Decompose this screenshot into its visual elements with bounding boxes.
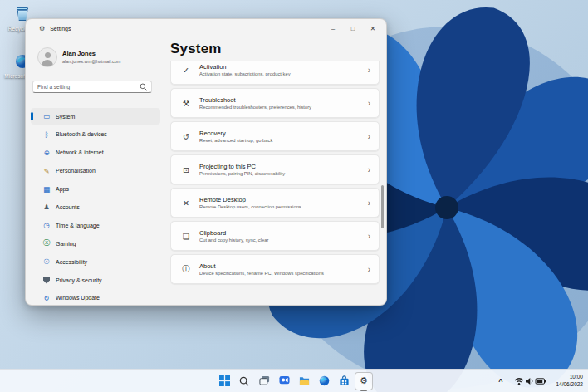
taskbar-start-button[interactable]	[215, 372, 233, 390]
sidebar-item-accounts[interactable]: ♟ Accounts	[31, 198, 160, 215]
sidebar-item-gaming[interactable]: ⓧ Gaming	[31, 235, 160, 252]
clipboard-icon: ❏	[179, 232, 193, 241]
gear-icon: ⚙	[39, 25, 45, 32]
settings-card-about[interactable]: ⓘ About Device specifications, rename PC…	[170, 254, 380, 284]
chat-icon	[279, 375, 290, 386]
wifi-icon	[515, 378, 523, 385]
taskbar-file-explorer-button[interactable]	[295, 372, 313, 390]
volume-icon	[526, 377, 532, 384]
sidebar-item-accessibility[interactable]: ☉ Accessibility	[31, 253, 160, 270]
sidebar-item-label: Privacy & security	[56, 277, 102, 283]
chevron-right-icon: ›	[368, 165, 370, 174]
settings-card-recovery[interactable]: ↺ Recovery Reset, advanced start-up, go …	[170, 121, 380, 151]
sidebar-item-label: Gaming	[56, 241, 76, 247]
avatar	[37, 47, 57, 67]
card-title: Clipboard	[199, 229, 368, 237]
card-subtitle: Permissions, pairing PIN, discoverabilit…	[199, 171, 368, 176]
system-icon: ▭	[41, 112, 52, 120]
apps-icon: ▦	[41, 185, 52, 194]
card-subtitle: Cut and copy history, sync, clear	[199, 238, 368, 243]
card-subtitle: Remote Desktop users, connection permiss…	[199, 204, 368, 209]
sidebar-item-label: Time & language	[56, 223, 100, 228]
sidebar-item-windows-update[interactable]: ↻ Windows Update	[31, 290, 160, 306]
maximize-button[interactable]: □	[343, 21, 363, 36]
card-title: Activation	[199, 63, 368, 71]
chevron-right-icon: ›	[368, 99, 370, 108]
search-input[interactable]	[37, 84, 140, 90]
card-subtitle: Device specifications, rename PC, Window…	[199, 271, 368, 276]
network-globe-icon: ⊕	[41, 149, 52, 157]
battery-icon	[536, 378, 546, 383]
accessibility-icon: ☉	[41, 257, 52, 266]
sidebar-item-time-language[interactable]: ◷ Time & language	[31, 217, 160, 233]
sidebar-item-personalisation[interactable]: ✎ Personalisation	[31, 163, 160, 179]
clock-date: 14/06/2022	[556, 381, 583, 389]
sidebar-item-label: Network & internet	[56, 149, 104, 155]
chevron-right-icon: ›	[368, 232, 370, 241]
task-view-icon	[259, 375, 270, 386]
sidebar-item-apps[interactable]: ▦ Apps	[31, 181, 160, 198]
selected-indicator	[31, 112, 33, 120]
taskbar: ⚙ ^ 10:00 14/06/2022	[0, 369, 588, 392]
card-subtitle: Recommended troubleshooters, preferences…	[199, 105, 368, 110]
taskbar-edge-button[interactable]	[315, 372, 333, 390]
sidebar-item-label: Bluetooth & devices	[56, 131, 107, 137]
minimize-button[interactable]: –	[323, 21, 343, 36]
search-icon	[140, 83, 147, 91]
sidebar-item-label: Accounts	[56, 204, 80, 210]
settings-card-activation[interactable]: ✓ Activation Activation state, subscript…	[170, 61, 380, 85]
close-button[interactable]: ✕	[363, 21, 383, 36]
chevron-right-icon: ›	[368, 265, 370, 274]
clock-time: 10:00	[556, 374, 583, 381]
card-title: Recovery	[199, 130, 368, 137]
sidebar-item-network-internet[interactable]: ⊕ Network & internet	[31, 145, 160, 161]
tray-overflow-chevron-icon[interactable]: ^	[498, 377, 502, 385]
chevron-right-icon: ›	[368, 66, 370, 75]
taskbar-chat-button[interactable]	[275, 372, 293, 390]
user-email: alan.jones.wm@hotmail.com	[62, 59, 120, 64]
user-name: Alan Jones	[62, 50, 96, 57]
chevron-right-icon: ›	[368, 132, 370, 141]
windows-update-icon: ↻	[41, 294, 52, 302]
settings-card-remote-desktop[interactable]: ✕ Remote Desktop Remote Desktop users, c…	[170, 188, 380, 218]
privacy-shield-icon	[41, 277, 52, 284]
card-subtitle: Activation state, subscriptions, product…	[199, 71, 368, 76]
projecting-icon: ⊡	[179, 165, 193, 174]
bluetooth-icon: ᛒ	[41, 130, 52, 139]
open-app-indicator	[360, 390, 367, 391]
taskbar-store-button[interactable]	[335, 372, 353, 390]
taskbar-clock[interactable]: 10:00 14/06/2022	[556, 374, 583, 388]
card-subtitle: Reset, advanced start-up, go back	[199, 138, 368, 143]
tray-status-icons[interactable]	[514, 376, 547, 386]
taskbar-search-button[interactable]	[235, 372, 253, 390]
about-icon: ⓘ	[179, 264, 193, 275]
sidebar-item-system[interactable]: ▭ System	[31, 108, 160, 125]
sidebar-item-label: System	[56, 114, 75, 120]
settings-card-projecting[interactable]: ⊡ Projecting to this PC Permissions, pai…	[170, 154, 380, 184]
sidebar-item-label: Windows Update	[56, 295, 100, 301]
sidebar-item-bluetooth-devices[interactable]: ᛒ Bluetooth & devices	[31, 126, 160, 143]
gear-icon: ⚙	[360, 376, 368, 385]
card-title: Projecting to this PC	[199, 163, 368, 170]
chevron-right-icon: ›	[368, 198, 370, 208]
sidebar-item-privacy-security[interactable]: Privacy & security	[31, 272, 160, 288]
desktop: Recycle Bin Microsoft Edge ⚙ Settings – …	[0, 0, 588, 392]
taskbar-settings-button[interactable]: ⚙	[355, 372, 373, 390]
settings-card-clipboard[interactable]: ❏ Clipboard Cut and copy history, sync, …	[170, 221, 380, 251]
card-title: Remote Desktop	[199, 196, 368, 203]
taskbar-task-view-button[interactable]	[255, 372, 273, 390]
windows-logo-icon	[219, 375, 230, 386]
scrollbar-thumb[interactable]	[381, 185, 384, 228]
remote-desktop-icon: ✕	[179, 198, 193, 208]
sidebar-item-label: Accessibility	[56, 259, 87, 265]
card-title: About	[199, 262, 368, 270]
time-language-icon: ◷	[41, 221, 52, 229]
window-title: Settings	[50, 26, 71, 32]
activation-icon: ✓	[179, 66, 193, 75]
search-box	[32, 81, 152, 93]
troubleshoot-icon: ⚒	[179, 99, 193, 108]
search-icon	[239, 376, 249, 386]
window-titlebar[interactable]: ⚙ Settings – □ ✕	[26, 19, 386, 37]
settings-card-troubleshoot[interactable]: ⚒ Troubleshoot Recommended troubleshoote…	[170, 88, 380, 118]
settings-list: ✓ Activation Activation state, subscript…	[170, 61, 380, 305]
